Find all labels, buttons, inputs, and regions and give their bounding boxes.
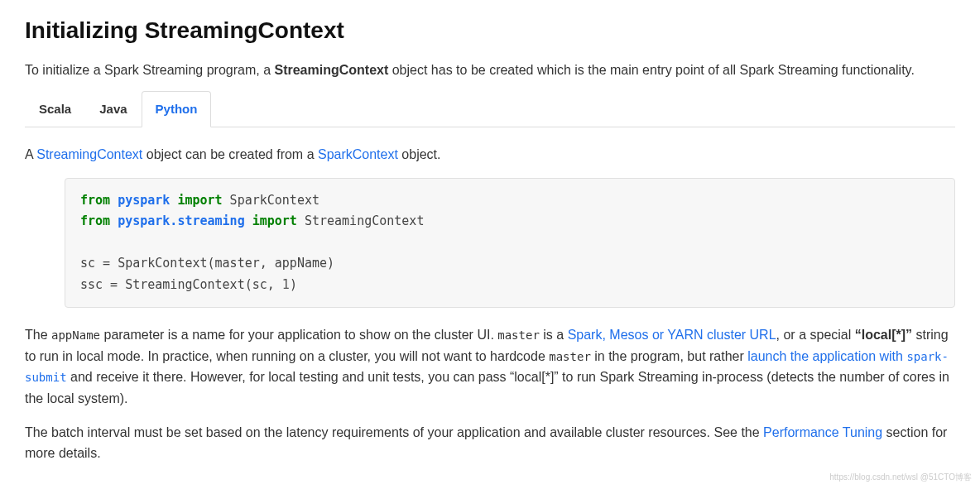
text: To initialize a Spark Streaming program,… <box>25 63 274 77</box>
streamingcontext-strong: StreamingContext <box>274 63 388 77</box>
text: A <box>25 147 36 161</box>
python-code-block: from pyspark import SparkContext from py… <box>65 178 955 309</box>
tab-python[interactable]: Python <box>142 91 212 127</box>
number: 1 <box>282 277 290 292</box>
tab-java[interactable]: Java <box>85 91 141 127</box>
text: , or a special <box>776 328 855 342</box>
keyword-from: from <box>80 213 110 228</box>
text: object. <box>398 147 441 161</box>
text: object can be created from a <box>142 147 318 161</box>
performance-tuning-link[interactable]: Performance Tuning <box>763 425 882 439</box>
cluster-url-link[interactable]: Spark, Mesos or YARN cluster URL <box>568 328 776 342</box>
code-line: ssc = StreamingContext(sc, <box>80 277 282 292</box>
code-appname: appName <box>51 328 100 342</box>
streamingcontext-link[interactable]: StreamingContext <box>36 147 142 161</box>
code-line: ) <box>290 277 297 292</box>
context-created-paragraph: A StreamingContext object can be created… <box>25 144 955 165</box>
code-line: sc = SparkContext(master, appName) <box>80 256 334 271</box>
identifier: StreamingContext <box>297 213 425 228</box>
tab-scala[interactable]: Scala <box>25 91 85 127</box>
text: and receive it there. However, for local… <box>25 370 949 405</box>
text: is a <box>540 328 568 342</box>
local-star-strong: “local[*]” <box>855 328 912 342</box>
sparkcontext-link[interactable]: SparkContext <box>318 147 398 161</box>
code-master-2: master <box>549 350 591 363</box>
module-pyspark-streaming: pyspark.streaming <box>110 213 252 228</box>
watermark-text: https://blog.csdn.net/wsl @51CTO博客 <box>829 471 972 484</box>
appname-description-paragraph: The appName parameter is a name for your… <box>25 324 955 409</box>
text: parameter is a name for your application… <box>100 328 497 342</box>
text: object has to be created which is the ma… <box>388 63 915 77</box>
keyword-import: import <box>252 213 297 228</box>
batch-interval-paragraph: The batch interval must be set based on … <box>25 422 955 464</box>
keyword-from: from <box>80 193 110 208</box>
language-tabs: Scala Java Python <box>25 90 955 127</box>
keyword-import: import <box>177 193 222 208</box>
identifier: SparkContext <box>223 193 319 208</box>
module-pyspark: pyspark <box>110 193 177 208</box>
intro-paragraph: To initialize a Spark Streaming program,… <box>25 60 955 81</box>
text: in the program, but rather <box>591 349 747 363</box>
code-master: master <box>497 328 540 342</box>
page-heading: Initializing StreamingContext <box>25 17 955 45</box>
link-text: launch the application with <box>747 349 906 363</box>
text: The <box>25 328 51 342</box>
text: The batch interval must be set based on … <box>25 425 763 439</box>
